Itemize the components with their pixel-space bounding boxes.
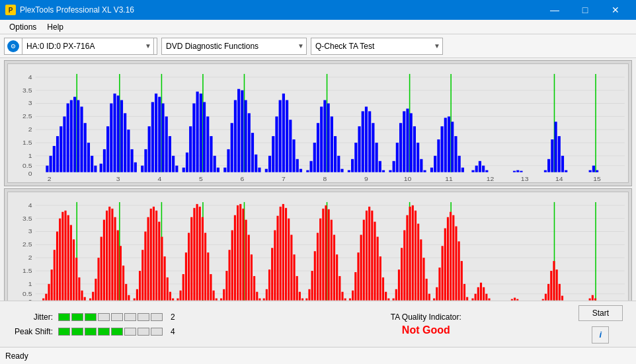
svg-rect-217 [111,208,113,300]
svg-rect-253 [210,273,212,300]
svg-rect-146 [520,171,522,172]
svg-rect-226 [136,289,138,300]
svg-rect-298 [333,235,335,300]
svg-rect-361 [550,271,552,301]
svg-rect-90 [292,139,295,172]
svg-rect-359 [545,293,547,300]
start-button[interactable]: Start [578,305,623,321]
svg-rect-197 [56,231,58,300]
svg-rect-241 [177,298,179,300]
minimize-button[interactable]: — [539,0,570,20]
svg-rect-369 [594,298,596,300]
svg-rect-268 [251,254,253,300]
svg-rect-195 [51,270,53,301]
svg-rect-214 [103,219,105,300]
svg-rect-247 [193,207,195,300]
svg-rect-353 [488,298,490,300]
svg-rect-75 [237,89,240,172]
svg-text:1: 1 [28,280,32,287]
svg-text:2.5: 2.5 [22,240,32,248]
svg-rect-133 [444,118,447,172]
svg-rect-36 [103,149,106,172]
svg-rect-201 [67,215,69,300]
svg-rect-22 [56,136,59,172]
svg-rect-330 [422,258,424,300]
svg-rect-87 [282,94,285,172]
svg-rect-242 [180,290,182,300]
svg-rect-288 [305,298,307,300]
ps-seg-5 [111,328,123,336]
svg-rect-350 [480,282,482,300]
svg-rect-26 [70,100,73,172]
svg-rect-84 [272,136,274,172]
drive-selector-wrap[interactable]: HA:0 ID:0 PX-716A ▼ [22,38,154,55]
svg-rect-352 [485,293,487,300]
svg-rect-35 [100,164,102,172]
svg-rect-198 [59,218,61,300]
svg-rect-280 [285,207,287,300]
svg-rect-233 [155,210,157,300]
svg-rect-354 [511,299,513,300]
svg-rect-101 [331,116,333,172]
svg-rect-310 [368,206,370,300]
start-section: Start i [578,305,629,344]
svg-rect-331 [426,278,428,300]
function-selector-wrap[interactable]: DVD Diagnostic Functions ▼ [161,38,307,55]
ps-seg-4 [98,328,110,336]
svg-rect-257 [220,298,222,300]
svg-rect-134 [448,116,450,172]
svg-rect-223 [128,295,130,300]
svg-text:0: 0 [28,170,32,177]
svg-rect-204 [75,258,77,300]
test-selector-wrap[interactable]: Q-Check TA Test ▼ [311,38,443,55]
svg-rect-140 [475,166,478,172]
svg-rect-24 [63,116,65,172]
svg-rect-65 [203,102,206,172]
svg-rect-211 [95,278,97,300]
svg-rect-251 [204,233,206,300]
maximize-button[interactable]: □ [570,0,600,20]
function-selector[interactable]: DVD Diagnostic Functions [161,38,307,55]
info-button[interactable]: i [592,326,609,344]
svg-rect-321 [398,270,400,301]
svg-rect-220 [120,246,122,300]
svg-rect-276 [274,230,276,300]
menu-options[interactable]: Options [4,21,42,33]
svg-rect-154 [565,170,567,172]
svg-rect-338 [444,228,446,300]
svg-rect-76 [241,91,243,172]
svg-rect-358 [542,299,544,300]
svg-rect-109 [362,111,364,172]
svg-rect-131 [437,139,440,172]
jitter-seg-8 [151,313,163,321]
svg-rect-98 [320,106,323,172]
svg-rect-72 [227,149,229,172]
svg-rect-300 [338,275,340,300]
svg-rect-89 [289,120,292,172]
svg-rect-238 [169,291,171,300]
toolbar: ⊙ HA:0 ID:0 PX-716A ▼ DVD Diagnostic Fun… [0,34,636,58]
svg-rect-228 [141,250,143,300]
top-chart-container: 4 3.5 3 2.5 2 1.5 1 0.5 0 [4,60,632,186]
menu-help[interactable]: Help [42,21,69,33]
test-selector[interactable]: Q-Check TA Test [311,38,443,55]
svg-rect-33 [94,166,97,172]
svg-rect-63 [196,92,199,172]
svg-rect-221 [122,266,124,301]
svg-rect-41 [120,100,123,172]
svg-rect-364 [559,283,561,300]
svg-rect-43 [127,129,130,172]
svg-rect-157 [592,166,595,172]
svg-rect-292 [317,233,319,300]
svg-rect-231 [150,208,152,300]
drive-selector[interactable]: HA:0 ID:0 PX-716A [22,38,154,55]
svg-rect-51 [155,94,157,172]
svg-rect-263 [237,205,239,300]
close-button[interactable]: ✕ [600,0,631,20]
svg-text:5: 5 [199,175,203,182]
svg-rect-334 [433,298,435,300]
svg-rect-94 [306,170,309,172]
svg-rect-194 [48,283,50,300]
svg-text:10: 10 [404,175,412,182]
svg-text:1.5: 1.5 [22,267,32,274]
